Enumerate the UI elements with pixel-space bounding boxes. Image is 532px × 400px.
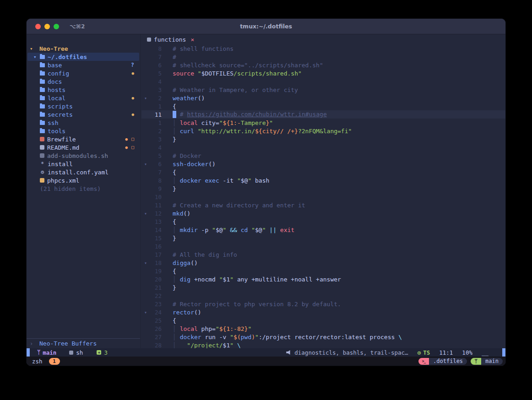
code-line-17[interactable]: 8│ docker exec -it "$@" bash: [141, 176, 505, 184]
line-number: 6: [149, 161, 162, 168]
diff-changes-segment: + 3: [97, 349, 108, 356]
code-line-25[interactable]: 16: [141, 242, 505, 250]
folder-icon: [40, 96, 45, 100]
tree-item-secrets[interactable]: secrets●: [27, 110, 140, 119]
close-buffer-icon[interactable]: ×: [190, 36, 194, 43]
tree-item-config[interactable]: config●: [27, 69, 140, 77]
line-number: 1: [149, 119, 162, 126]
code-line-30[interactable]: 21}: [141, 283, 505, 292]
code-line-3[interactable]: 6# shellcheck source="../scripts/shared.…: [141, 61, 505, 69]
code-line-8[interactable]: 1{: [141, 102, 505, 110]
code-line-21[interactable]: ▾12mkd(): [141, 209, 505, 217]
tree-item-install[interactable]: *install: [27, 160, 140, 168]
code-line-15[interactable]: ▾6ssh-docker(): [141, 160, 505, 168]
zoom-window-button[interactable]: [54, 24, 59, 29]
line-number: 24: [149, 309, 162, 316]
code-line-37[interactable]: 28│ "/project/$1" \: [141, 341, 505, 348]
tree-item-phpcs.xml[interactable]: phpcs.xml: [27, 176, 140, 184]
folder-icon: [40, 104, 45, 108]
code-line-2[interactable]: 7#: [141, 53, 505, 61]
tree-item-install.conf.yaml[interactable]: ⚙install.conf.yaml: [27, 168, 140, 176]
indent-guide: │: [173, 128, 180, 135]
code-line-16[interactable]: 7{: [141, 168, 505, 176]
tree-item-tools[interactable]: tools: [27, 127, 140, 135]
tree-item-scripts[interactable]: scripts: [27, 102, 140, 110]
tree-item-ssh[interactable]: ssh: [27, 119, 140, 127]
code-line-5[interactable]: 4: [141, 77, 505, 86]
folder-icon: [40, 121, 45, 125]
minimize-window-button[interactable]: [44, 24, 50, 29]
treesitter-segment: ⊙ TS: [418, 349, 430, 356]
line-number: 21: [149, 284, 162, 291]
line-number: 7: [149, 169, 162, 176]
code-line-9[interactable]: 11 # https://github.com/chubin/wttr.in#u…: [141, 110, 505, 119]
code-line-20[interactable]: 11# Create a new directory and enter it: [141, 201, 505, 209]
git-status-badges: ●: [132, 96, 140, 100]
chevron-right-icon: ›: [30, 341, 35, 347]
line-number: 18: [149, 259, 162, 266]
tree-item-add-submodules.sh[interactable]: add-submodules.sh: [27, 151, 140, 160]
buffer-tab-label: functions: [154, 36, 186, 43]
code-line-26[interactable]: 17# All the dig info: [141, 250, 505, 259]
tree-item-local[interactable]: local●: [27, 94, 140, 102]
folder-icon: [40, 80, 45, 84]
gear-icon: ⚙: [40, 170, 45, 174]
code-line-35[interactable]: 26│ local php="${1:-82}": [141, 324, 505, 333]
code-line-32[interactable]: 23# Rector project to php version 8.2 by…: [141, 300, 505, 308]
code-line-1[interactable]: 8# shell functions: [141, 44, 505, 53]
code-line-7[interactable]: ▾2weather(): [141, 94, 505, 102]
plus-icon: +: [97, 350, 101, 355]
line-number: 8: [149, 45, 162, 52]
neo-tree-buffers-section[interactable]: › Neo-Tree Buffers: [27, 338, 140, 348]
neo-tree-sidebar: ▾ Neo-Tree ▾ ~/.dotfiles base?config●doc…: [27, 34, 140, 348]
code-text: }: [173, 136, 176, 143]
editor-pane: functions × 8# shell functions7#6# shell…: [140, 34, 505, 348]
code-line-12[interactable]: 3}: [141, 135, 505, 143]
code-line-4[interactable]: 5source "$DOTFILES/scripts/shared.sh": [141, 69, 505, 77]
code-line-36[interactable]: 27│ docker run -v "$(pwd)":/project rect…: [141, 333, 505, 341]
git-branch-name: main: [43, 349, 56, 356]
code-text: {: [173, 103, 176, 110]
file-icon: [69, 351, 73, 355]
code-line-6[interactable]: 3# Weather in Tampere, or other city: [141, 86, 505, 94]
tmux-window-index-pill[interactable]: 1: [49, 358, 60, 365]
tree-root-dotfiles[interactable]: ▾ ~/.dotfiles: [27, 53, 139, 61]
code-line-18[interactable]: 9}: [141, 184, 505, 193]
tree-item-hosts[interactable]: hosts: [27, 86, 140, 94]
line-number: 20: [149, 276, 162, 283]
code-line-19[interactable]: 10: [141, 193, 505, 201]
mode-indicator-left: [27, 348, 30, 357]
tree-item-base[interactable]: base?: [27, 61, 140, 69]
code-text: │ docker run -v "$(pwd)":/project rector…: [173, 334, 402, 341]
code-text: │ dig +nocmd "$1" any +multiline +noall …: [173, 276, 341, 283]
git-status-badges: ●: [132, 71, 140, 76]
git-modified-badge: ●: [132, 71, 134, 76]
cursor: [173, 111, 176, 118]
code-text: }: [173, 185, 176, 192]
tree-item-README.md[interactable]: README.md●□: [27, 143, 140, 151]
close-window-button[interactable]: [35, 24, 41, 29]
tmux-path-segment: >_ .dotfiles: [418, 358, 467, 365]
line-number: 9: [149, 185, 162, 192]
code-line-13[interactable]: 4: [141, 143, 505, 151]
code-text: source "$DOTFILES/scripts/shared.sh": [173, 70, 302, 77]
code-line-27[interactable]: ▾18digga(): [141, 259, 505, 267]
tree-item-label: hosts: [48, 86, 65, 93]
code-line-23[interactable]: 14│ mkdir -p "$@" && cd "$@" || exit: [141, 226, 505, 234]
code-line-29[interactable]: 20│ dig +nocmd "$1" any +multiline +noal…: [141, 275, 505, 283]
code-text: # Weather in Tampere, or other city: [173, 86, 298, 93]
code-text: {: [173, 268, 176, 275]
code-line-31[interactable]: 22: [141, 292, 505, 300]
code-line-10[interactable]: 1│ local city="${1:-Tampere}": [141, 119, 505, 127]
code-line-34[interactable]: 25{: [141, 316, 505, 324]
code-line-11[interactable]: 2│ curl "http://wttr.in/${city// /+}?2nF…: [141, 127, 505, 135]
tree-item-Brewfile[interactable]: Brewfile●□: [27, 135, 140, 143]
tree-item-docs[interactable]: docs: [27, 77, 140, 86]
code-line-28[interactable]: 19{: [141, 267, 505, 275]
window-titlebar[interactable]: ⌥⌘2 tmux:~/.dotfiles: [27, 19, 505, 34]
code-line-14[interactable]: 5# Docker: [141, 151, 505, 160]
code-line-22[interactable]: 13{: [141, 217, 505, 226]
buffer-tab[interactable]: functions ×: [141, 34, 505, 44]
code-line-24[interactable]: 15}: [141, 234, 505, 242]
code-line-33[interactable]: ▾24rector(): [141, 308, 505, 316]
